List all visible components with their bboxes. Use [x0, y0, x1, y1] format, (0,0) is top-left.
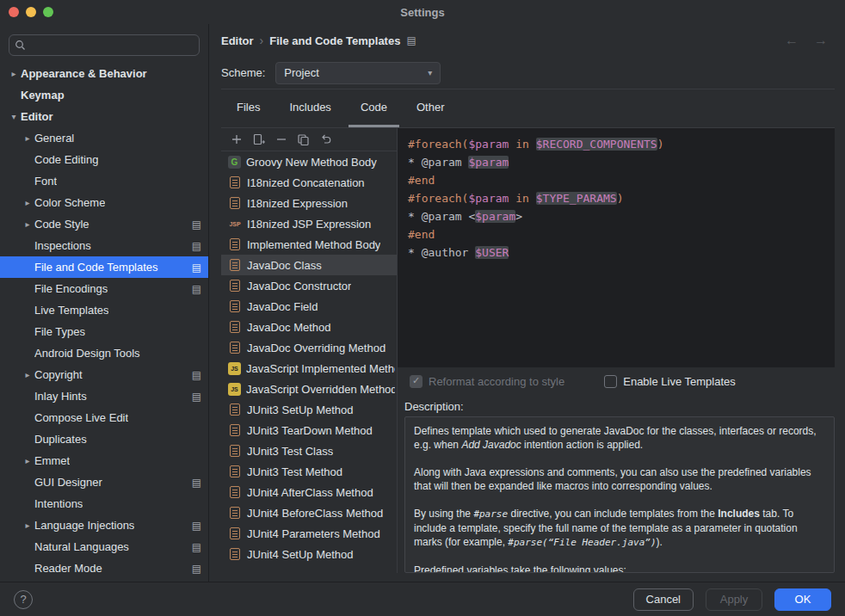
forward-arrow-icon[interactable]: →: [814, 33, 828, 48]
template-item-junit4-parameters-method[interactable]: JUnit4 Parameters Method: [221, 523, 397, 544]
code-line: * @param $param: [408, 153, 824, 171]
sidebar-item-code-style[interactable]: ▸Code Style▤: [0, 213, 208, 235]
add-template-icon[interactable]: [229, 132, 244, 147]
search-input[interactable]: [30, 39, 194, 52]
tab-files[interactable]: Files: [225, 89, 272, 127]
code-token: $param: [468, 138, 509, 151]
template-item-groovy-new-method-body[interactable]: GGroovy New Method Body: [221, 151, 397, 172]
live-templates-checkbox-box[interactable]: [604, 375, 617, 388]
sidebar-item-language-injections[interactable]: ▸Language Injections▤: [0, 514, 208, 536]
sidebar-item-reader-mode[interactable]: Reader Mode▤: [0, 557, 208, 579]
cancel-button[interactable]: Cancel: [633, 588, 694, 611]
minimize-window-button[interactable]: [26, 7, 36, 17]
settings-search-box[interactable]: [9, 34, 200, 56]
chevron-right-icon[interactable]: ▸: [7, 69, 21, 78]
code-token: in: [515, 138, 529, 151]
sidebar-item-duplicates[interactable]: Duplicates: [0, 428, 208, 450]
template-item-javadoc-constructor[interactable]: JavaDoc Constructor: [221, 275, 397, 296]
template-file-icon: [230, 465, 240, 477]
settings-window: Settings ▸Appearance & BehaviorKeymap▾Ed…: [0, 0, 845, 616]
code-token: #end: [408, 228, 435, 241]
tab-other[interactable]: Other: [404, 89, 457, 127]
help-button[interactable]: ?: [14, 590, 33, 609]
template-item-junit3-test-method[interactable]: JUnit3 Test Method: [221, 461, 397, 482]
template-item-junit3-teardown-method[interactable]: JUnit3 TearDown Method: [221, 420, 397, 440]
code-token: #foreach(: [408, 192, 468, 205]
copy-template-icon[interactable]: [296, 132, 311, 147]
code-token: #foreach(: [408, 138, 468, 151]
scheme-label: Scheme:: [221, 66, 265, 79]
code-token: $param: [468, 156, 509, 169]
sidebar-item-gui-designer[interactable]: GUI Designer▤: [0, 471, 208, 493]
remove-template-icon[interactable]: [274, 132, 288, 147]
code-token: $param: [468, 192, 509, 205]
sidebar-item-compose-live-edit[interactable]: Compose Live Edit: [0, 407, 208, 428]
sidebar-item-android-design-tools[interactable]: Android Design Tools: [0, 342, 208, 364]
template-item-javadoc-class[interactable]: JavaDoc Class: [221, 255, 397, 275]
sidebar-item-live-templates[interactable]: Live Templates: [0, 299, 208, 321]
chevron-right-icon[interactable]: ▸: [21, 219, 34, 229]
sidebar-item-intentions[interactable]: Intentions: [0, 493, 208, 514]
back-arrow-icon[interactable]: ←: [785, 33, 799, 48]
template-item-i18nized-concatenation[interactable]: I18nized Concatenation: [221, 172, 397, 193]
create-child-template-icon[interactable]: [251, 132, 266, 147]
template-item-label: JavaDoc Method: [247, 321, 331, 334]
ok-button[interactable]: OK: [774, 588, 831, 611]
sidebar-item-keymap[interactable]: Keymap: [0, 84, 208, 106]
close-window-button[interactable]: [9, 7, 19, 17]
chevron-right-icon[interactable]: ▸: [21, 133, 34, 143]
apply-button[interactable]: Apply: [706, 588, 762, 611]
reformat-checkbox[interactable]: Reformat according to style: [410, 375, 564, 388]
template-item-implemented-method-body[interactable]: Implemented Method Body: [221, 234, 397, 255]
in-editor-settings-icon: ▤: [192, 219, 201, 230]
sidebar-item-file-encodings[interactable]: File Encodings▤: [0, 278, 208, 299]
chevron-down-icon[interactable]: ▾: [7, 112, 21, 121]
sidebar-item-appearance-behavior[interactable]: ▸Appearance & Behavior: [0, 63, 208, 84]
sidebar-item-color-scheme[interactable]: ▸Color Scheme: [0, 192, 208, 213]
template-item-javascript-overridden-method-body[interactable]: JSJavaScript Overridden Method Body: [221, 379, 397, 399]
sidebar-item-general[interactable]: ▸General: [0, 127, 208, 149]
sidebar-item-label: Duplicates: [34, 433, 87, 446]
reformat-checkbox-box[interactable]: [410, 375, 422, 388]
sidebar-item-inlay-hints[interactable]: Inlay Hints▤: [0, 385, 208, 407]
template-item-javadoc-overriding-method[interactable]: JavaDoc Overriding Method: [221, 337, 397, 358]
code-token: #end: [408, 174, 435, 187]
template-item-javascript-implemented-method-body[interactable]: JSJavaScript Implemented Method Body: [221, 358, 397, 379]
sidebar-item-file-and-code-templates[interactable]: File and Code Templates▤: [0, 256, 208, 278]
tab-code[interactable]: Code: [348, 89, 399, 127]
zoom-window-button[interactable]: [43, 7, 53, 17]
tab-includes[interactable]: Includes: [277, 89, 342, 127]
template-item-junit4-afterclass-method[interactable]: JUnit4 AfterClass Method: [221, 482, 397, 502]
template-item-junit4-setup-method[interactable]: JUnit4 SetUp Method: [221, 544, 397, 564]
scheme-select[interactable]: Project ▾: [275, 62, 441, 84]
live-templates-checkbox[interactable]: Enable Live Templates: [604, 375, 736, 388]
main-area: ▸Appearance & BehaviorKeymap▾Editor▸Gene…: [0, 24, 845, 582]
template-item-i18nized-expression[interactable]: I18nized Expression: [221, 193, 397, 213]
chevron-right-icon[interactable]: ▸: [21, 198, 34, 207]
sidebar-item-label: Code Style: [34, 218, 89, 231]
template-file-icon: [230, 259, 240, 271]
breadcrumb-editor[interactable]: Editor: [221, 34, 254, 47]
chevron-right-icon[interactable]: ▸: [21, 370, 34, 379]
template-file-icon: [230, 238, 240, 250]
reformat-checkbox-label: Reformat according to style: [429, 375, 564, 388]
sidebar-item-editor[interactable]: ▾Editor: [0, 106, 208, 127]
template-file-icon: [230, 300, 240, 312]
sidebar-item-emmet[interactable]: ▸Emmet: [0, 450, 208, 471]
template-item-junit4-beforeclass-method[interactable]: JUnit4 BeforeClass Method: [221, 502, 397, 523]
template-item-junit3-setup-method[interactable]: JUnit3 SetUp Method: [221, 399, 397, 420]
reset-to-default-icon[interactable]: [318, 132, 333, 147]
template-item-javadoc-field[interactable]: JavaDoc Field: [221, 296, 397, 317]
sidebar-item-file-types[interactable]: File Types: [0, 321, 208, 342]
template-editor[interactable]: #foreach($param in $RECORD_COMPONENTS) *…: [398, 128, 835, 367]
sidebar-item-copyright[interactable]: ▸Copyright▤: [0, 364, 208, 385]
chevron-right-icon[interactable]: ▸: [21, 521, 34, 530]
template-item-javadoc-method[interactable]: JavaDoc Method: [221, 317, 397, 337]
sidebar-item-code-editing[interactable]: Code Editing: [0, 149, 208, 170]
chevron-right-icon[interactable]: ▸: [21, 456, 34, 465]
sidebar-item-natural-languages[interactable]: Natural Languages▤: [0, 536, 208, 557]
sidebar-item-inspections[interactable]: Inspections▤: [0, 235, 208, 256]
sidebar-item-font[interactable]: Font: [0, 170, 208, 192]
template-item-i18nized-jsp-expression[interactable]: JSPI18nized JSP Expression: [221, 213, 397, 234]
template-item-junit3-test-class[interactable]: JUnit3 Test Class: [221, 440, 397, 461]
